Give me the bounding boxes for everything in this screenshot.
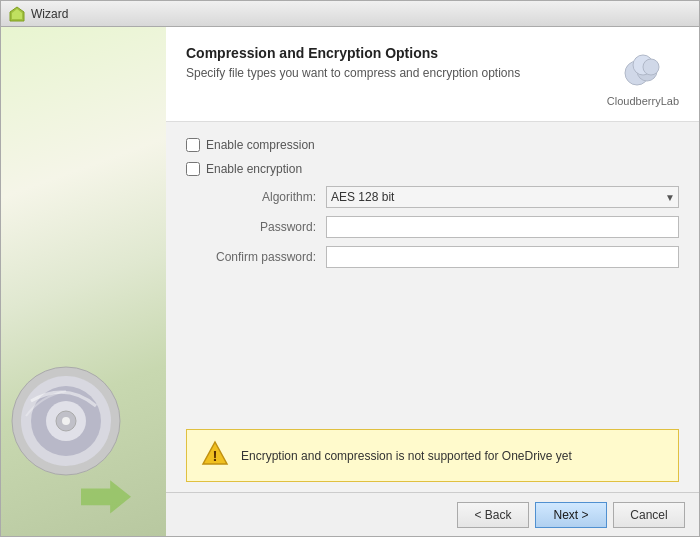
algorithm-select-wrapper: AES 128 bit AES 256 bit ▼ [326,186,679,208]
svg-point-11 [643,59,659,75]
password-label: Password: [206,220,326,234]
footer-section: < Back Next > Cancel [166,492,699,536]
algorithm-label: Algorithm: [206,190,326,204]
password-input[interactable] [326,216,679,238]
header-section: Compression and Encryption Options Speci… [166,27,699,122]
header-text: Compression and Encryption Options Speci… [186,45,597,82]
enable-compression-checkbox[interactable] [186,138,200,152]
next-button[interactable]: Next > [535,502,607,528]
wizard-window: Wizard [0,0,700,537]
confirm-password-row: Confirm password: [206,246,679,268]
enable-compression-row: Enable compression [186,138,679,152]
right-panel: Compression and Encryption Options Speci… [166,27,699,536]
algorithm-select[interactable]: AES 128 bit AES 256 bit [326,186,679,208]
warning-box: ! Encryption and compression is not supp… [186,429,679,482]
password-row: Password: [206,216,679,238]
confirm-password-label: Confirm password: [206,250,326,264]
disc-icon [11,366,121,476]
logo-text: CloudberryLab [607,95,679,107]
warning-triangle-icon: ! [201,440,229,471]
encryption-fields: Algorithm: AES 128 bit AES 256 bit ▼ Pas… [206,186,679,268]
confirm-password-input[interactable] [326,246,679,268]
svg-text:!: ! [213,447,218,464]
algorithm-row: Algorithm: AES 128 bit AES 256 bit ▼ [206,186,679,208]
back-button[interactable]: < Back [457,502,529,528]
form-section: Enable compression Enable encryption Alg… [166,122,699,419]
enable-encryption-checkbox[interactable] [186,162,200,176]
enable-encryption-label[interactable]: Enable encryption [206,162,302,176]
wizard-icon [9,6,25,22]
enable-encryption-row: Enable encryption [186,162,679,176]
content-area: Compression and Encryption Options Speci… [1,27,699,536]
page-subtitle: Specify file types you want to compress … [186,65,597,82]
left-panel [1,27,166,536]
page-title: Compression and Encryption Options [186,45,597,61]
warning-message: Encryption and compression is not suppor… [241,449,572,463]
cloudberry-logo-icon [619,45,667,93]
title-bar: Wizard [1,1,699,27]
window-title: Wizard [31,7,68,21]
svg-point-7 [62,417,70,425]
arrow-icon [71,476,141,526]
enable-compression-label[interactable]: Enable compression [206,138,315,152]
logo-area: CloudberryLab [607,45,679,107]
cancel-button[interactable]: Cancel [613,502,685,528]
